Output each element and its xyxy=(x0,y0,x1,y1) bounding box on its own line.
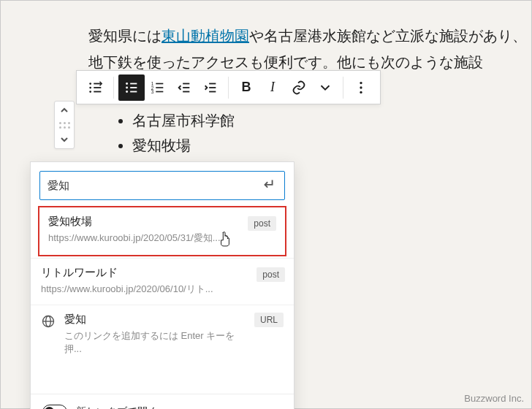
link-suggestion[interactable]: リトルワールド https://www.kuroobi.jp/2020/06/1… xyxy=(31,258,294,305)
suggestion-type-badge: post xyxy=(256,267,285,282)
move-down-button[interactable] xyxy=(57,134,72,145)
link-suggestion[interactable]: 愛知 このリンクを追加するには Enter キーを押... URL xyxy=(31,305,294,364)
list-item[interactable]: 名古屋市科学館 xyxy=(132,108,517,133)
svg-text:3: 3 xyxy=(151,89,154,94)
app-frame: 愛知県には東山動植物園や名古屋港水族館など立派な施設があり、地下鉄を使ったアクセ… xyxy=(0,0,532,409)
inline-link[interactable]: 東山動植物園 xyxy=(162,28,249,44)
suggestion-title: 愛知 xyxy=(64,313,246,326)
block-toolbar: 1 2 3 xyxy=(76,70,381,104)
svg-point-8 xyxy=(126,86,128,88)
toolbar-separator xyxy=(343,77,343,99)
bold-button[interactable]: B xyxy=(233,74,259,101)
toolbar-separator xyxy=(113,77,114,99)
link-suggestion[interactable]: 愛知牧場 https://www.kuroobi.jp/2020/05/31/愛… xyxy=(38,206,286,256)
paragraph-block[interactable]: 愛知県には東山動植物園や名古屋港水族館など立派な施設があり、地下鉄を使ったアクセ… xyxy=(88,23,531,75)
suggestion-type-badge: URL xyxy=(254,313,284,327)
italic-button[interactable]: I xyxy=(259,74,286,101)
suggestion-type-badge: post xyxy=(248,216,276,231)
svg-point-6 xyxy=(126,83,128,85)
link-button[interactable] xyxy=(286,74,312,101)
drag-handle[interactable] xyxy=(57,119,72,131)
more-rich-text-button[interactable] xyxy=(312,74,338,101)
list-block[interactable]: 名古屋市科学館 愛知牧場 xyxy=(112,108,517,158)
link-popover-footer: 新しいタブで開く xyxy=(31,394,294,409)
move-up-button[interactable] xyxy=(57,104,72,116)
svg-point-24 xyxy=(360,81,362,83)
svg-point-2 xyxy=(89,86,91,88)
svg-point-10 xyxy=(126,91,128,93)
suggestion-title: 愛知牧場 xyxy=(48,215,276,229)
outdent-button[interactable] xyxy=(171,74,197,101)
open-new-tab-toggle[interactable] xyxy=(42,405,67,409)
link-search-input[interactable] xyxy=(48,180,255,192)
svg-point-26 xyxy=(360,91,362,93)
svg-point-0 xyxy=(89,83,91,85)
link-popover: 愛知牧場 https://www.kuroobi.jp/2020/05/31/愛… xyxy=(30,161,294,409)
numbered-list-button[interactable]: 1 2 3 xyxy=(145,74,171,101)
more-options-button[interactable] xyxy=(348,74,374,101)
credit-text: Buzzword Inc. xyxy=(464,393,524,404)
list-item[interactable]: 愛知牧場 xyxy=(132,133,517,158)
suggestion-hint: このリンクを追加するには Enter キーを押... xyxy=(64,329,246,356)
open-new-tab-label: 新しいタブで開く xyxy=(76,405,158,409)
bulleted-list-button[interactable] xyxy=(118,74,145,101)
paragraph-text-before: 愛知県には xyxy=(88,28,162,44)
submit-link-icon[interactable] xyxy=(261,176,277,195)
svg-point-4 xyxy=(89,91,91,93)
toolbar-separator xyxy=(228,77,229,99)
indent-button[interactable] xyxy=(197,74,224,101)
link-search-field[interactable] xyxy=(39,171,285,200)
globe-icon xyxy=(41,314,56,329)
suggestion-url: https://www.kuroobi.jp/2020/05/31/愛知... xyxy=(48,232,276,245)
block-movers xyxy=(54,101,75,149)
suggestion-title: リトルワールド xyxy=(41,266,284,280)
unordered-list-button[interactable] xyxy=(83,74,109,101)
svg-point-25 xyxy=(360,86,362,88)
suggestion-url: https://www.kuroobi.jp/2020/06/10/リト... xyxy=(41,283,284,296)
